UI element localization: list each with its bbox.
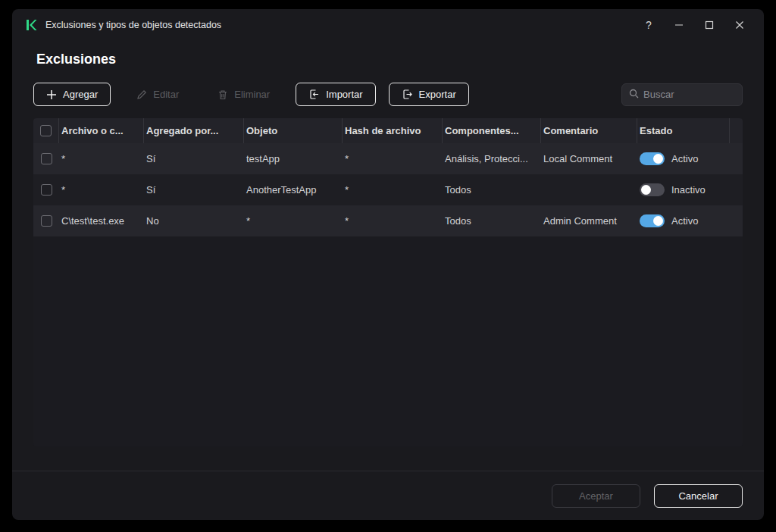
search-box[interactable]	[621, 83, 743, 106]
accept-button[interactable]: Aceptar	[552, 484, 640, 508]
cell-hash: *	[343, 143, 443, 174]
cell-state: Inactivo	[637, 174, 730, 205]
export-button[interactable]: Exportar	[389, 83, 469, 106]
cell-added-by: No	[144, 205, 244, 236]
column-header-object[interactable]: Objeto	[244, 118, 343, 143]
table-row[interactable]: C\test\test.exe No * * Todos Admin Comme…	[33, 205, 743, 236]
column-header-state[interactable]: Estado	[637, 118, 730, 143]
delete-button[interactable]: Eliminar	[205, 83, 283, 106]
state-toggle[interactable]	[640, 214, 665, 227]
row-checkbox[interactable]	[41, 215, 52, 227]
toolbar: Agregar Editar Eliminar Importar	[33, 83, 743, 106]
edit-button[interactable]: Editar	[124, 83, 192, 106]
export-button-label: Exportar	[419, 89, 456, 100]
page-title: Exclusiones	[36, 52, 740, 67]
cell-object: testApp	[244, 143, 343, 174]
cell-file: *	[59, 174, 144, 205]
state-label: Inactivo	[671, 184, 706, 196]
add-button-label: Agregar	[63, 89, 98, 100]
titlebar: Exclusiones y tipos de objetos detectado…	[12, 9, 764, 41]
kaspersky-logo-icon	[24, 18, 38, 32]
state-toggle[interactable]	[640, 183, 665, 196]
delete-button-label: Eliminar	[234, 89, 270, 100]
row-checkbox[interactable]	[41, 153, 52, 164]
window-title: Exclusiones y tipos de objetos detectado…	[45, 20, 221, 30]
cell-hash: *	[343, 205, 443, 236]
cell-components: Todos	[443, 174, 541, 205]
cancel-button[interactable]: Cancelar	[654, 484, 743, 508]
state-label: Activo	[671, 153, 698, 164]
import-button[interactable]: Importar	[296, 83, 375, 106]
add-button[interactable]: Agregar	[33, 83, 111, 106]
maximize-button[interactable]	[694, 14, 724, 36]
cell-comment: Local Comment	[541, 143, 637, 174]
exclusions-table: Archivo o c... Agregado por... Objeto Ha…	[33, 118, 743, 446]
select-all-checkbox[interactable]	[40, 125, 52, 136]
exclusions-window: Exclusiones y tipos de objetos detectado…	[12, 9, 764, 520]
column-header-comment[interactable]: Comentario	[541, 118, 637, 143]
cell-comment	[541, 174, 637, 205]
column-header-hash[interactable]: Hash de archivo	[343, 118, 443, 143]
cell-file: C\test\test.exe	[59, 205, 144, 236]
export-icon	[402, 89, 413, 100]
cell-hash: *	[343, 174, 443, 205]
table-row[interactable]: * Sí AnotherTestApp * Todos Inactivo	[33, 174, 743, 205]
cell-object: *	[244, 205, 343, 236]
cell-state: Activo	[637, 205, 730, 236]
cell-object: AnotherTestApp	[244, 174, 343, 205]
cell-components: Todos	[443, 205, 541, 236]
trash-icon	[217, 89, 228, 100]
state-toggle[interactable]	[640, 152, 665, 165]
column-header-added-by[interactable]: Agregado por...	[144, 118, 244, 143]
close-button[interactable]	[724, 14, 755, 36]
table-row[interactable]: * Sí testApp * Análisis, Protecci... Loc…	[33, 143, 743, 174]
edit-button-label: Editar	[153, 89, 179, 100]
content-area: Exclusiones Agregar Editar Eliminar	[12, 41, 764, 471]
minimize-button[interactable]	[664, 14, 694, 36]
search-input[interactable]	[643, 89, 735, 100]
cell-added-by: Sí	[144, 143, 244, 174]
cell-added-by: Sí	[144, 174, 244, 205]
column-header-components[interactable]: Componentes...	[443, 118, 541, 143]
import-button-label: Importar	[326, 89, 362, 100]
column-header-file[interactable]: Archivo o c...	[59, 118, 144, 143]
cell-file: *	[59, 143, 144, 174]
table-header-row: Archivo o c... Agregado por... Objeto Ha…	[33, 118, 743, 143]
row-checkbox[interactable]	[41, 184, 52, 196]
cell-components: Análisis, Protecci...	[443, 143, 541, 174]
cell-comment: Admin Comment	[541, 205, 637, 236]
state-label: Activo	[671, 215, 698, 227]
footer: Aceptar Cancelar	[12, 471, 764, 520]
cell-state: Activo	[637, 143, 730, 174]
help-button[interactable]: ?	[634, 14, 664, 36]
search-icon	[629, 88, 639, 102]
import-icon	[308, 89, 320, 100]
plus-icon	[46, 89, 57, 100]
pencil-icon	[136, 89, 147, 100]
table-empty-area	[33, 236, 743, 446]
